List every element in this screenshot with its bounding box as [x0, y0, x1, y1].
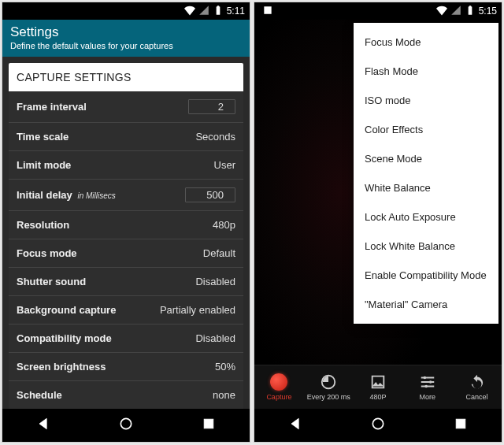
wifi-icon — [436, 5, 447, 18]
settings-row-compatibility-mode[interactable]: Compatibility modeDisabled — [9, 324, 243, 353]
menu-item-scene-mode[interactable]: Scene Mode — [354, 144, 498, 173]
toolbar-label: 480P — [369, 393, 386, 401]
row-label: Resolution — [17, 219, 69, 231]
wifi-icon — [184, 5, 195, 18]
row-value: 480p — [213, 219, 235, 231]
toolbar-cancel-button[interactable]: Cancel — [452, 373, 502, 401]
nav-home-button[interactable] — [370, 416, 386, 435]
record-icon — [270, 373, 287, 391]
menu-item-focus-mode[interactable]: Focus Mode — [354, 28, 498, 57]
svg-point-4 — [424, 385, 428, 388]
camera-options-menu: Focus ModeFlash ModeISO modeColor Effect… — [354, 23, 498, 324]
svg-rect-1 — [204, 419, 213, 428]
settings-row-resolution[interactable]: Resolution480p — [9, 211, 243, 239]
signal-icon — [198, 5, 209, 18]
settings-screen: 5:11 Settings Define the default values … — [2, 2, 250, 443]
menu-item-enable-compatibility-mode[interactable]: Enable Compatibility Mode — [354, 261, 498, 290]
page-subtitle: Define the default values for your captu… — [10, 41, 242, 50]
row-label: Limit mode — [17, 159, 71, 171]
settings-row-frame-interval[interactable]: Frame interval2 — [9, 91, 243, 123]
settings-list[interactable]: Frame interval2Time scaleSecondsLimit mo… — [9, 91, 243, 409]
status-bar: 5:15 — [254, 2, 502, 20]
settings-row-shutter-sound[interactable]: Shutter soundDisabled — [9, 268, 243, 296]
row-label: Time scale — [17, 131, 69, 143]
settings-row-background-capture[interactable]: Background capturePartially enabled — [9, 296, 243, 324]
row-hint: in Millisecs — [77, 191, 115, 200]
svg-rect-6 — [456, 419, 465, 428]
settings-row-screen-brightness[interactable]: Screen brightness50% — [9, 353, 243, 381]
status-time: 5:15 — [479, 6, 497, 17]
battery-icon — [213, 5, 224, 18]
row-label: Initial delay in Millisecs — [17, 189, 116, 201]
toolbar-interval-button[interactable]: Every 200 ms — [304, 373, 354, 401]
row-value: Default — [203, 247, 235, 259]
toolbar-capture-button[interactable]: Capture — [254, 373, 304, 401]
row-value: 2 — [188, 99, 235, 114]
row-label: Compatibility mode — [17, 332, 112, 344]
nav-back-button[interactable] — [287, 416, 303, 435]
section-header-capture: CAPTURE SETTINGS — [9, 63, 243, 91]
row-value: Seconds — [195, 131, 235, 143]
menu-item-flash-mode[interactable]: Flash Mode — [354, 57, 498, 86]
row-value: 500 — [185, 187, 235, 202]
row-label: Shutter sound — [17, 276, 86, 287]
row-value: none — [213, 389, 235, 401]
svg-point-3 — [429, 380, 432, 384]
settings-body: CAPTURE SETTINGS Frame interval2Time sca… — [2, 57, 250, 409]
image-icon — [369, 373, 387, 391]
menu-item-lock-white-balance[interactable]: Lock White Balance — [354, 232, 498, 261]
status-bar: 5:11 — [2, 2, 250, 20]
system-nav-bar — [2, 409, 250, 442]
toolbar-more-button[interactable]: More — [402, 373, 452, 401]
nav-recent-button[interactable] — [453, 416, 469, 435]
undo-icon — [469, 373, 486, 391]
settings-row-initial-delay[interactable]: Initial delay in Millisecs500 — [9, 180, 243, 211]
svg-point-5 — [372, 418, 383, 428]
row-label: Focus mode — [17, 247, 77, 259]
sliders-icon — [419, 373, 436, 391]
menu-item-lock-auto-exposure[interactable]: Lock Auto Exposure — [354, 202, 498, 232]
settings-row-limit-mode[interactable]: Limit modeUser — [9, 151, 243, 180]
svg-point-2 — [423, 376, 426, 380]
toolbar-label: Every 200 ms — [307, 393, 350, 401]
status-time: 5:11 — [227, 6, 245, 17]
row-label: Background capture — [17, 304, 116, 316]
settings-row-focus-mode[interactable]: Focus modeDefault — [9, 239, 243, 268]
toolbar-label: Cancel — [466, 393, 488, 401]
menu-item--material-camera[interactable]: "Material" Camera — [354, 290, 498, 319]
image-indicator-icon — [262, 5, 273, 18]
system-nav-bar — [254, 409, 502, 442]
svg-point-0 — [120, 418, 131, 428]
nav-recent-button[interactable] — [201, 416, 217, 435]
signal-icon — [450, 5, 461, 18]
nav-back-button[interactable] — [35, 416, 51, 435]
timer-icon — [320, 373, 337, 391]
toolbar-label: Capture — [266, 393, 291, 401]
row-value: Disabled — [195, 276, 235, 287]
menu-item-iso-mode[interactable]: ISO mode — [354, 86, 498, 115]
row-label: Screen brightness — [17, 361, 106, 373]
row-value: Disabled — [195, 332, 235, 344]
row-value: Partially enabled — [160, 304, 235, 316]
page-title: Settings — [10, 24, 242, 40]
menu-item-color-effects[interactable]: Color Effects — [354, 115, 498, 144]
settings-row-time-scale[interactable]: Time scaleSeconds — [9, 123, 243, 151]
camera-toolbar: CaptureEvery 200 ms480PMoreCancel — [254, 365, 502, 409]
camera-viewport: Focus ModeFlash ModeISO modeColor Effect… — [254, 20, 502, 365]
camera-screen: 5:15 Focus ModeFlash ModeISO modeColor E… — [254, 2, 502, 443]
toolbar-label: More — [420, 393, 436, 401]
row-value: 50% — [215, 361, 235, 373]
row-label: Frame interval — [17, 101, 87, 113]
nav-home-button[interactable] — [118, 416, 134, 435]
battery-icon — [465, 5, 476, 18]
settings-header: Settings Define the default values for y… — [2, 20, 250, 57]
row-label: Schedule — [17, 389, 62, 401]
settings-row-schedule[interactable]: Schedulenone — [9, 381, 243, 409]
menu-item-white-balance[interactable]: White Balance — [354, 173, 498, 202]
row-value: User — [214, 159, 235, 171]
toolbar-res-button[interactable]: 480P — [354, 373, 403, 401]
